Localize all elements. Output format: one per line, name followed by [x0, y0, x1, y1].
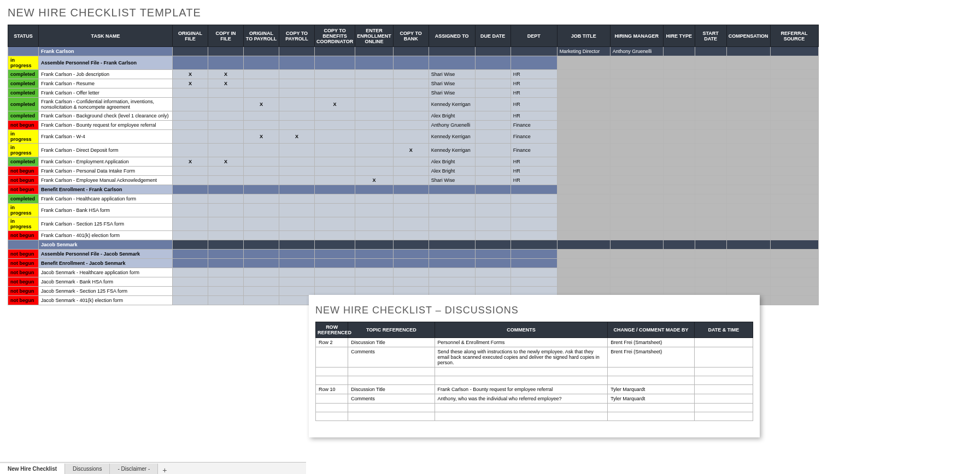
table-row[interactable]: completedFrank Carlson - ResumeXXShari W… [8, 79, 819, 88]
disc-cell: Personnel & Enrollment Forms [435, 338, 608, 347]
disc-cell [694, 338, 753, 347]
col-header: ORIGINAL TO PAYROLL [244, 25, 279, 47]
table-row[interactable]: not begunJacob Senmark - Bank HSA form [8, 277, 819, 287]
task-name-cell: Frank Carlson - Employment Application [39, 157, 173, 167]
disc-cell [435, 376, 608, 385]
discussion-row[interactable]: Row 2Discussion TitlePersonnel & Enrollm… [316, 338, 753, 347]
col-header: COPY TO BANK [393, 25, 429, 47]
table-row[interactable]: in progressFrank Carlson - Section 125 F… [8, 217, 819, 231]
col-header: START DATE [695, 25, 726, 47]
disc-cell: Brent Frei (Smartsheet) [608, 347, 694, 368]
table-row[interactable]: completedFrank Carlson - Confidential in… [8, 98, 819, 111]
task-name-cell: Frank Carlson - Healthcare application f… [39, 194, 173, 204]
table-row[interactable]: Jacob Senmark [8, 240, 819, 250]
table-row[interactable]: in progressFrank Carlson - Bank HSA form [8, 204, 819, 217]
task-name-cell: Jacob Senmark - Healthcare application f… [39, 268, 173, 277]
tab-discussions[interactable]: Discussions [65, 464, 110, 474]
status-cell: in progress [8, 144, 39, 157]
table-row[interactable]: not begunFrank Carlson - 401(k) election… [8, 231, 819, 240]
discussion-row[interactable] [316, 404, 753, 412]
tab-checklist[interactable]: New Hire Checklist [0, 464, 65, 474]
table-row[interactable]: not begunJacob Senmark - Healthcare appl… [8, 268, 819, 277]
table-row[interactable]: in progressFrank Carlson - Direct Deposi… [8, 144, 819, 157]
task-name-cell: Frank Carlson [39, 47, 173, 56]
table-row[interactable]: not begunAssemble Personnel File - Jacob… [8, 250, 819, 259]
task-name-cell: Frank Carlson - Personal Data Intake For… [39, 167, 173, 176]
col-header: REFERRAL SOURCE [770, 25, 818, 47]
task-name-cell: Frank Carlson - Confidential information… [39, 98, 173, 111]
status-cell: in progress [8, 130, 39, 144]
disc-col-header: DATE & TIME [694, 322, 753, 338]
task-name-cell: Frank Carlson - Employee Manual Acknowle… [39, 176, 173, 185]
discussions-panel: NEW HIRE CHECKLIST – DISCUSSIONS ROW REF… [309, 295, 760, 437]
task-name-cell: Jacob Senmark [39, 240, 173, 250]
page-title: NEW HIRE CHECKLIST TEMPLATE [0, 0, 980, 25]
disc-cell: Send these along with instructions to th… [435, 347, 608, 368]
status-cell: completed [8, 194, 39, 204]
disc-col-header: TOPIC REFERENCED [348, 322, 435, 338]
status-cell: completed [8, 157, 39, 167]
disc-cell: Row 10 [316, 385, 348, 394]
status-cell [8, 240, 39, 250]
status-cell: completed [8, 70, 39, 79]
table-row[interactable]: completedFrank Carlson - Employment Appl… [8, 157, 819, 167]
table-row[interactable]: in progressFrank Carlson - W-4XXKennedy … [8, 130, 819, 144]
disc-cell [316, 404, 348, 412]
col-header: COPY IN FILE [208, 25, 244, 47]
col-header: HIRE TYPE [663, 25, 695, 47]
tab-disclaimer[interactable]: - Disclaimer - [110, 464, 158, 474]
table-row[interactable]: completedFrank Carlson - Background chec… [8, 111, 819, 121]
discussion-row[interactable]: Row 10Discussion TitleFrank Carlson - Bo… [316, 385, 753, 394]
table-row[interactable]: Frank CarlsonMarketing DirectorAnthony G… [8, 47, 819, 56]
disc-col-header: COMMENTS [435, 322, 608, 338]
col-header: ENTER ENROLLMENT ONLINE [355, 25, 393, 47]
status-cell: in progress [8, 204, 39, 217]
table-row[interactable]: not begunBenefit Enrollment - Jacob Senm… [8, 259, 819, 268]
status-cell: not begun [8, 268, 39, 277]
col-header: STATUS [8, 25, 39, 47]
col-header: ORIGINAL FILE [173, 25, 208, 47]
disc-cell [694, 368, 753, 376]
disc-cell: Row 2 [316, 338, 348, 347]
task-name-cell: Frank Carlson - Background check (level … [39, 111, 173, 121]
col-header: ASSIGNED TO [429, 25, 475, 47]
table-row[interactable]: not begunFrank Carlson - Personal Data I… [8, 167, 819, 176]
status-cell: completed [8, 111, 39, 121]
col-header: COPY TO PAYROLL [279, 25, 315, 47]
task-name-cell: Frank Carlson - Bank HSA form [39, 204, 173, 217]
discussions-title: NEW HIRE CHECKLIST – DISCUSSIONS [315, 305, 753, 316]
discussion-row[interactable]: CommentsSend these along with instructio… [316, 347, 753, 368]
table-row[interactable]: in progressAssemble Personnel File - Fra… [8, 56, 819, 70]
status-cell: not begun [8, 231, 39, 240]
status-cell: not begun [8, 167, 39, 176]
table-row[interactable]: not begunFrank Carlson - Employee Manual… [8, 176, 819, 185]
table-row[interactable]: completedFrank Carlson - Job description… [8, 70, 819, 79]
col-header: HIRING MANAGER [610, 25, 663, 47]
task-name-cell: Frank Carlson - Offer letter [39, 88, 173, 98]
table-row[interactable]: not begunJacob Senmark - Section 125 FSA… [8, 287, 819, 296]
table-row[interactable]: completedFrank Carlson - Offer letterSha… [8, 88, 819, 98]
disc-cell [316, 412, 348, 421]
add-tab-button[interactable]: + [158, 466, 171, 474]
disc-cell [316, 376, 348, 385]
status-cell: not begun [8, 287, 39, 296]
col-header: DUE DATE [475, 25, 510, 47]
status-cell: in progress [8, 56, 39, 70]
task-name-cell: Frank Carlson - Job description [39, 70, 173, 79]
table-row[interactable]: not begunFrank Carlson - Bounty request … [8, 121, 819, 130]
discussion-row[interactable]: CommentsAnthony, who was the individual … [316, 394, 753, 404]
table-row[interactable]: not begunBenefit Enrollment - Frank Carl… [8, 185, 819, 194]
task-name-cell: Jacob Senmark - Section 125 FSA form [39, 287, 173, 296]
disc-cell: Discussion Title [348, 385, 435, 394]
task-name-cell: Benefit Enrollment - Frank Carlson [39, 185, 173, 194]
disc-cell [608, 368, 694, 376]
table-row[interactable]: completedFrank Carlson - Healthcare appl… [8, 194, 819, 204]
disc-cell [435, 404, 608, 412]
disc-cell [348, 404, 435, 412]
disc-cell [608, 412, 694, 421]
discussion-row[interactable] [316, 368, 753, 376]
discussion-row[interactable] [316, 412, 753, 421]
disc-col-header: CHANGE / COMMENT MADE BY [608, 322, 694, 338]
discussion-row[interactable] [316, 376, 753, 385]
col-header: COMPENSATION [726, 25, 770, 47]
